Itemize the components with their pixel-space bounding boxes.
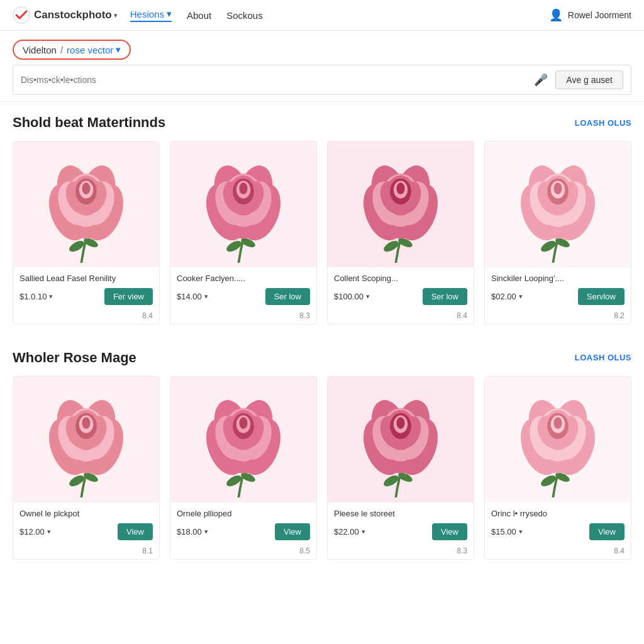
breadcrumb-slash: / xyxy=(60,45,63,55)
product-name: Orinc l• rrysedo xyxy=(491,509,625,519)
product-card: Ornele pllioped $18.00 ▾ View 8.5 xyxy=(170,376,317,560)
breadcrumb-dropdown-arrow: ▾ xyxy=(116,44,121,55)
section-1: Shold beat Matertinnds LOASH OLUS xyxy=(13,114,631,325)
product-rating: 8.4 xyxy=(13,309,159,324)
product-price: $100.00 ▾ xyxy=(334,292,370,301)
price-dropdown-arrow[interactable]: ▾ xyxy=(204,528,208,536)
product-price: $12.00 ▾ xyxy=(19,527,51,536)
product-image-wrapper xyxy=(170,377,316,502)
price-dropdown-arrow[interactable]: ▾ xyxy=(204,292,208,301)
product-action-button[interactable]: Ser low xyxy=(423,288,467,305)
product-bottom: $100.00 ▾ Ser low xyxy=(334,288,467,305)
product-action-button[interactable]: View xyxy=(275,523,310,540)
search-input[interactable] xyxy=(21,75,534,85)
product-info: Pleese le storeet $22.00 ▾ View xyxy=(328,502,474,544)
product-rating: 8.5 xyxy=(170,544,316,559)
mic-icon[interactable]: 🎤 xyxy=(534,73,548,87)
product-card: Sinckiler Looping'.... $02.00 ▾ Servlow … xyxy=(484,141,631,325)
nav-hesions[interactable]: Hesions ▾ xyxy=(130,8,172,22)
product-bottom: $12.00 ▾ View xyxy=(19,523,153,540)
product-image-wrapper xyxy=(170,142,316,267)
product-card: Pleese le storeet $22.00 ▾ View 8.3 xyxy=(327,376,474,560)
product-card: Cooker Faclyen..... $14.00 ▾ Ser low 8.3 xyxy=(170,141,317,325)
product-info: Sinckiler Looping'.... $02.00 ▾ Servlow xyxy=(485,267,631,309)
search-input-row: 🎤 Ave g auset xyxy=(13,65,631,95)
header-user-area: 👤 Rowel Joorment xyxy=(549,8,631,22)
product-price: $02.00 ▾ xyxy=(491,292,523,301)
product-name: Sinckiler Looping'.... xyxy=(491,274,625,284)
product-rating: 8.2 xyxy=(485,309,631,324)
product-bottom: $1.0.10 ▾ Fer view xyxy=(19,288,153,305)
price-dropdown-arrow[interactable]: ▾ xyxy=(519,528,523,536)
product-bottom: $02.00 ▾ Servlow xyxy=(491,288,625,305)
breadcrumb-link[interactable]: rose vector ▾ xyxy=(67,44,121,55)
product-rating: 8.1 xyxy=(13,544,159,559)
product-price: $22.00 ▾ xyxy=(334,527,365,536)
product-name: Collent Scoping... xyxy=(334,274,467,284)
breadcrumb-base: Videlton xyxy=(23,45,57,55)
product-image-wrapper xyxy=(485,142,631,267)
svg-point-48 xyxy=(396,182,404,194)
logo-dropdown-arrow[interactable]: ▾ xyxy=(114,11,118,19)
price-dropdown-arrow[interactable]: ▾ xyxy=(362,528,365,536)
price-dropdown-arrow[interactable]: ▾ xyxy=(47,528,51,536)
product-name: Ornele pllioped xyxy=(177,509,310,519)
logo-text: Canstockphoto xyxy=(34,9,112,21)
product-card: Ownel le plckpot $12.00 ▾ View 8.1 xyxy=(13,376,160,560)
search-button[interactable]: Ave g auset xyxy=(555,70,623,89)
search-area: Videlton / rose vector ▾ 🎤 Ave g auset xyxy=(0,31,644,102)
nav-about[interactable]: About xyxy=(187,10,211,21)
breadcrumb-row: Videlton / rose vector ▾ xyxy=(13,40,631,60)
product-action-button[interactable]: Fer view xyxy=(104,288,153,305)
hesions-dropdown-arrow: ▾ xyxy=(167,8,172,19)
logo-icon xyxy=(13,6,30,24)
svg-point-80 xyxy=(82,418,90,430)
product-action-button[interactable]: Ser low xyxy=(265,288,310,305)
logo[interactable]: Canstockphoto ▾ xyxy=(13,6,118,24)
svg-point-16 xyxy=(82,182,90,194)
product-image-wrapper xyxy=(13,142,159,267)
section-1-grid: Sallied Lead Fasel Renility $1.0.10 ▾ Fe… xyxy=(13,141,631,325)
product-action-button[interactable]: View xyxy=(432,523,467,540)
product-info: Sallied Lead Fasel Renility $1.0.10 ▾ Fe… xyxy=(13,267,159,309)
product-bottom: $18.00 ▾ View xyxy=(177,523,310,540)
product-info: Cooker Faclyen..... $14.00 ▾ Ser low xyxy=(170,267,316,309)
main-nav: Hesions ▾ About Sockous xyxy=(130,8,263,22)
product-name: Pleese le storeet xyxy=(334,509,467,519)
section-1-header: Shold beat Matertinnds LOASH OLUS xyxy=(13,114,631,131)
product-price: $15.00 ▾ xyxy=(491,527,523,536)
product-card: Sallied Lead Fasel Renility $1.0.10 ▾ Fe… xyxy=(13,141,160,325)
nav-sockous[interactable]: Sockous xyxy=(226,10,263,21)
price-dropdown-arrow[interactable]: ▾ xyxy=(49,292,53,301)
product-price: $18.00 ▾ xyxy=(177,527,208,536)
product-image-wrapper xyxy=(328,142,474,267)
section-1-link[interactable]: LOASH OLUS xyxy=(575,118,631,128)
product-name: Ownel le plckpot xyxy=(19,509,153,519)
product-action-button[interactable]: View xyxy=(589,523,625,540)
product-info: Ownel le plckpot $12.00 ▾ View xyxy=(13,502,159,544)
svg-point-32 xyxy=(239,182,247,194)
price-dropdown-arrow[interactable]: ▾ xyxy=(519,292,523,301)
user-name: Rowel Joorment xyxy=(568,10,631,20)
product-bottom: $22.00 ▾ View xyxy=(334,523,467,540)
user-icon: 👤 xyxy=(549,8,563,22)
product-bottom: $15.00 ▾ View xyxy=(491,523,625,540)
main-content: Shold beat Matertinnds LOASH OLUS xyxy=(0,102,644,597)
product-name: Sallied Lead Fasel Renility xyxy=(19,274,153,284)
price-dropdown-arrow[interactable]: ▾ xyxy=(366,292,370,301)
svg-point-128 xyxy=(553,418,562,430)
product-card: Orinc l• rrysedo $15.00 ▾ View 8.4 xyxy=(484,376,631,560)
product-rating: 8.4 xyxy=(485,544,631,559)
section-2-link[interactable]: LOASH OLUS xyxy=(575,353,631,362)
product-info: Ornele pllioped $18.00 ▾ View xyxy=(170,502,316,544)
product-info: Collent Scoping... $100.00 ▾ Ser low xyxy=(328,267,474,309)
svg-point-112 xyxy=(396,418,404,430)
svg-point-96 xyxy=(239,418,247,430)
product-rating: 8.4 xyxy=(328,309,474,324)
product-action-button[interactable]: Servlow xyxy=(578,288,625,305)
product-name: Cooker Faclyen..... xyxy=(177,274,310,284)
section-2: Wholer Rose Mage LOASH OLUS xyxy=(13,350,631,560)
product-action-button[interactable]: View xyxy=(118,523,153,540)
product-rating: 8.3 xyxy=(170,309,316,324)
section-2-grid: Ownel le plckpot $12.00 ▾ View 8.1 xyxy=(13,376,631,560)
